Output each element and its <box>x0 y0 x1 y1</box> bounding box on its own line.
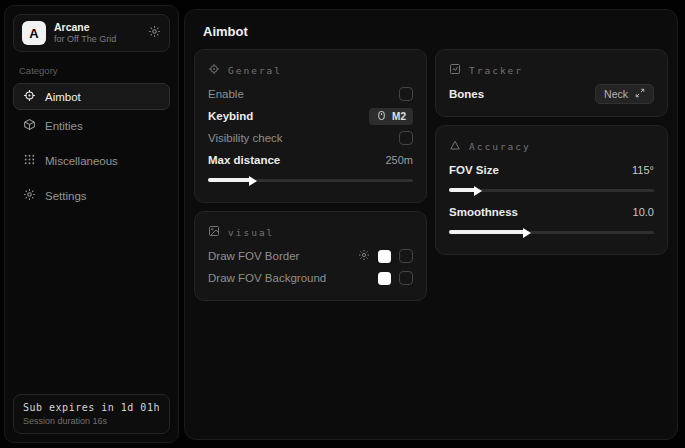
subscription-info: Sub expires in 1d 01h Session duration 1… <box>13 394 170 434</box>
logo-letter: A <box>29 26 38 41</box>
draw-fov-background-row: Draw FOV Background <box>208 267 413 289</box>
crosshair-icon <box>23 89 36 104</box>
visual-card: visual Draw FOV Border <box>194 211 427 301</box>
app-name: Arcane <box>54 21 140 34</box>
sidebar-item-label: Miscellaneous <box>45 155 118 167</box>
triangle-icon <box>449 137 461 155</box>
slider-thumb[interactable] <box>474 186 482 196</box>
gear-icon <box>148 25 161 41</box>
app-subtitle: for Off The Grid <box>54 34 140 45</box>
mouse-icon <box>376 110 387 123</box>
slider-fill <box>208 178 251 182</box>
cube-icon <box>23 118 36 133</box>
bones-row: Bones Neck <box>449 83 654 105</box>
visibility-check-checkbox[interactable] <box>399 131 413 145</box>
fov-size-label: FOV Size <box>449 164 499 176</box>
sidebar-item-label: Entities <box>45 120 83 132</box>
bones-value: Neck <box>604 88 628 100</box>
smoothness-row: Smoothness 10.0 <box>449 201 654 223</box>
app-logo: A <box>22 21 46 45</box>
sidebar-item-entities[interactable]: Entities <box>13 112 170 139</box>
sidebar-item-label: Aimbot <box>45 91 81 103</box>
visibility-check-row: Visibility check <box>208 127 413 149</box>
bones-label: Bones <box>449 88 484 100</box>
sub-expires-text: Sub expires in 1d 01h <box>23 402 160 413</box>
slider-thumb[interactable] <box>249 176 257 186</box>
fov-background-checkbox[interactable] <box>399 271 413 285</box>
card-title: visual <box>228 227 274 238</box>
fov-size-slider[interactable] <box>449 185 654 195</box>
draw-fov-background-label: Draw FOV Background <box>208 272 326 284</box>
draw-fov-border-label: Draw FOV Border <box>208 250 299 262</box>
image-icon <box>208 223 220 241</box>
keybind-value: M2 <box>392 111 406 122</box>
fov-background-color-swatch[interactable] <box>378 272 391 285</box>
enable-label: Enable <box>208 88 244 100</box>
sidebar-item-settings[interactable]: Settings <box>13 182 170 209</box>
max-distance-label: Max distance <box>208 154 280 166</box>
sidebar-item-aimbot[interactable]: Aimbot <box>13 83 170 110</box>
bones-select[interactable]: Neck <box>595 84 654 104</box>
max-distance-slider[interactable] <box>208 175 413 185</box>
gear-icon <box>358 249 370 264</box>
expand-icon <box>635 88 645 100</box>
card-title: Accuracy <box>469 141 531 152</box>
fov-border-settings-button[interactable] <box>358 249 370 264</box>
category-label: Category <box>19 65 164 76</box>
smoothness-label: Smoothness <box>449 206 518 218</box>
sidebar: A Arcane for Off The Grid Category Aimbo… <box>4 5 179 443</box>
crosshair-icon <box>208 61 220 79</box>
max-distance-value: 250m <box>385 154 413 166</box>
main-panel: Aimbot General Enable Keybind <box>184 9 678 440</box>
card-title: Tracker <box>469 65 523 76</box>
smoothness-slider[interactable] <box>449 227 654 237</box>
slider-fill <box>449 188 476 192</box>
accuracy-card: Accuracy FOV Size 115° Smoothness 10.0 <box>435 125 668 255</box>
smoothness-value: 10.0 <box>633 206 654 218</box>
fov-border-checkbox[interactable] <box>399 249 413 263</box>
keybind-button[interactable]: M2 <box>369 108 413 125</box>
fov-size-row: FOV Size 115° <box>449 159 654 181</box>
settings-gear-button[interactable] <box>148 25 161 41</box>
page-title: Aimbot <box>185 10 677 49</box>
card-title: General <box>228 65 282 76</box>
activity-chart-icon <box>449 61 461 79</box>
sidebar-item-label: Settings <box>45 190 87 202</box>
slider-fill <box>449 230 525 234</box>
slider-thumb[interactable] <box>523 228 531 238</box>
dots-grid-icon <box>23 153 36 168</box>
draw-fov-border-row: Draw FOV Border <box>208 245 413 267</box>
general-card: General Enable Keybind M2 Visi <box>194 49 427 203</box>
enable-row: Enable <box>208 83 413 105</box>
visibility-check-label: Visibility check <box>208 132 283 144</box>
gear-icon <box>23 188 36 203</box>
tracker-card: Tracker Bones Neck <box>435 49 668 117</box>
keybind-label: Keybind <box>208 110 253 122</box>
fov-size-value: 115° <box>632 164 654 176</box>
enable-checkbox[interactable] <box>399 87 413 101</box>
keybind-row: Keybind M2 <box>208 105 413 127</box>
max-distance-row: Max distance 250m <box>208 149 413 171</box>
brand-header: A Arcane for Off The Grid <box>13 14 170 52</box>
fov-border-color-swatch[interactable] <box>378 250 391 263</box>
session-duration-text: Session duration 16s <box>23 416 160 426</box>
sidebar-item-miscellaneous[interactable]: Miscellaneous <box>13 147 170 174</box>
